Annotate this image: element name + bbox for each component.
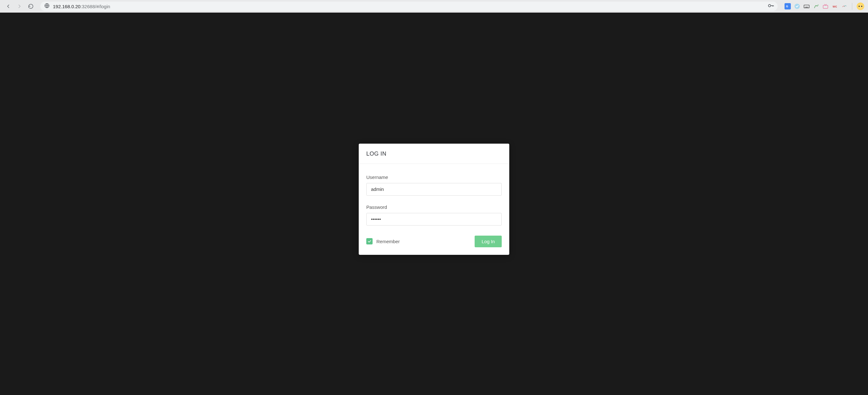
back-button[interactable] [4,2,12,11]
reload-button[interactable] [27,2,35,11]
password-input[interactable] [366,213,502,225]
browser-toolbar: 192.168.0.20:32688/#/login G wc [0,0,868,12]
page-content: LOG IN Username Password Remember Log In [0,12,868,395]
svg-point-1 [769,4,771,7]
key-icon[interactable] [768,2,774,10]
address-bar[interactable]: 192.168.0.20:32688/#/login [40,2,778,11]
login-body: Username Password Remember Log In [359,164,509,255]
password-field-group: Password [366,205,502,225]
blue-check-extension-icon[interactable] [794,3,800,9]
swirl-extension-icon[interactable] [841,3,847,9]
keyboard-extension-icon[interactable] [803,3,810,9]
url-host: 192.168.0.20 [53,4,81,9]
login-title: LOG IN [366,151,502,157]
username-input[interactable] [366,183,502,195]
forward-button[interactable] [15,2,24,11]
login-card: LOG IN Username Password Remember Log In [359,144,509,255]
wc-extension-icon[interactable]: wc [832,3,838,9]
login-button[interactable]: Log In [475,236,502,247]
url-path: :32688/#/login [81,4,110,9]
username-field-group: Username [366,175,502,195]
leaf-extension-icon[interactable] [813,3,819,9]
username-label: Username [366,175,502,180]
tv-extension-icon[interactable] [822,3,829,9]
site-info-icon[interactable] [44,3,50,10]
toolbar-separator [852,3,852,10]
profile-avatar[interactable] [857,2,864,10]
remember-label: Remember [376,239,400,244]
url-text: 192.168.0.20:32688/#/login [53,4,110,9]
remember-checkbox[interactable] [366,238,373,244]
extensions-tray: G wc [784,2,864,10]
svg-rect-13 [823,5,828,8]
translate-extension-icon[interactable]: G [784,3,791,9]
svg-rect-7 [804,5,809,8]
password-label: Password [366,205,502,210]
login-footer: Remember Log In [366,236,502,247]
svg-text:G: G [786,5,788,8]
remember-toggle[interactable]: Remember [366,238,400,244]
login-header: LOG IN [359,144,509,164]
